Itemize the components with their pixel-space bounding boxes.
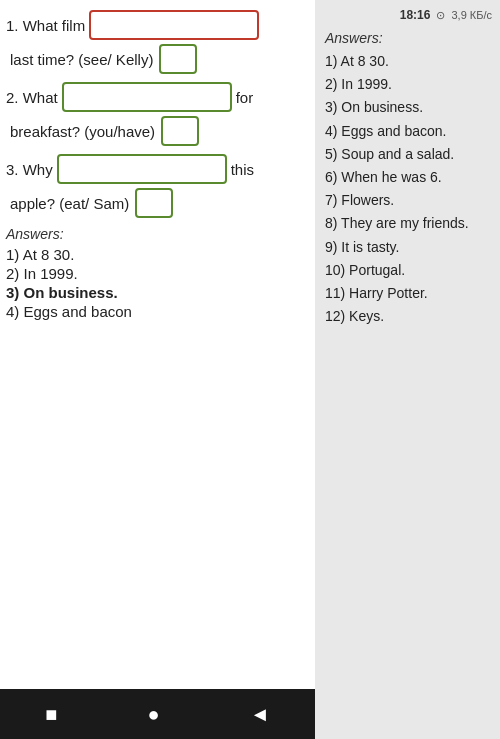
right-answer-8: 8) They are my friends.: [325, 214, 492, 232]
q1-sub-label: last time? (see/ Kelly): [10, 51, 153, 68]
right-answer-12: 12) Keys.: [325, 307, 492, 325]
status-time: 18:16: [400, 8, 431, 22]
right-answer-6: 6) When he was 6.: [325, 168, 492, 186]
right-answer-9: 9) It is tasty.: [325, 238, 492, 256]
q1-subrow: last time? (see/ Kelly): [6, 44, 305, 74]
q2-subrow: breakfast? (you/have): [6, 116, 305, 146]
q2-suffix: for: [236, 89, 254, 106]
question-2-block: 2. What for breakfast? (you/have): [6, 82, 305, 146]
question-3-block: 3. Why this apple? (eat/ Sam): [6, 154, 305, 218]
question-1-row: 1. What film: [6, 10, 305, 40]
q3-sub-label: apple? (eat/ Sam): [10, 195, 129, 212]
answers-section: Answers: 1) At 8 30. 2) In 1999. 3) On b…: [6, 226, 305, 320]
q2-sub-label: breakfast? (you/have): [10, 123, 155, 140]
q2-label: 2. What: [6, 89, 58, 106]
q3-suffix: this: [231, 161, 254, 178]
right-answer-11: 11) Harry Potter.: [325, 284, 492, 302]
right-answers-title: Answers:: [325, 30, 492, 46]
right-answer-3: 3) On business.: [325, 98, 492, 116]
home-icon[interactable]: ●: [148, 703, 160, 726]
question-2-row: 2. What for: [6, 82, 305, 112]
q3-input-short[interactable]: [135, 188, 173, 218]
q1-label: 1. What film: [6, 17, 85, 34]
right-answer-7: 7) Flowers.: [325, 191, 492, 209]
q1-input-short[interactable]: [159, 44, 197, 74]
right-answer-2: 2) In 1999.: [325, 75, 492, 93]
right-answer-1: 1) At 8 30.: [325, 52, 492, 70]
question-3-row: 3. Why this: [6, 154, 305, 184]
nav-bar: ■ ● ◄: [0, 689, 315, 739]
right-answer-4: 4) Eggs and bacon.: [325, 122, 492, 140]
network-speed: 3,9 КБ/с: [451, 9, 492, 21]
q3-input-main[interactable]: [57, 154, 227, 184]
answer-1: 1) At 8 30.: [6, 246, 305, 263]
right-panel: 18:16 ⊙ 3,9 КБ/с Answers: 1) At 8 30.2) …: [315, 0, 500, 739]
q1-input-main[interactable]: [89, 10, 259, 40]
stop-icon[interactable]: ■: [45, 703, 57, 726]
right-answers-list: 1) At 8 30.2) In 1999.3) On business.4) …: [325, 52, 492, 325]
left-panel: 1. What film last time? (see/ Kelly) 2. …: [0, 0, 315, 739]
q3-subrow: apple? (eat/ Sam): [6, 188, 305, 218]
q2-input-main[interactable]: [62, 82, 232, 112]
answers-title: Answers:: [6, 226, 305, 242]
right-answer-5: 5) Soup and a salad.: [325, 145, 492, 163]
answer-3: 3) On business.: [6, 284, 305, 301]
right-answer-10: 10) Portugal.: [325, 261, 492, 279]
answer-4: 4) Eggs and bacon: [6, 303, 305, 320]
q2-input-short[interactable]: [161, 116, 199, 146]
status-bar: 18:16 ⊙ 3,9 КБ/с: [325, 8, 492, 22]
back-icon[interactable]: ◄: [250, 703, 270, 726]
answer-2: 2) In 1999.: [6, 265, 305, 282]
q3-label: 3. Why: [6, 161, 53, 178]
status-icons: ⊙: [436, 9, 445, 22]
question-1-block: 1. What film last time? (see/ Kelly): [6, 10, 305, 74]
